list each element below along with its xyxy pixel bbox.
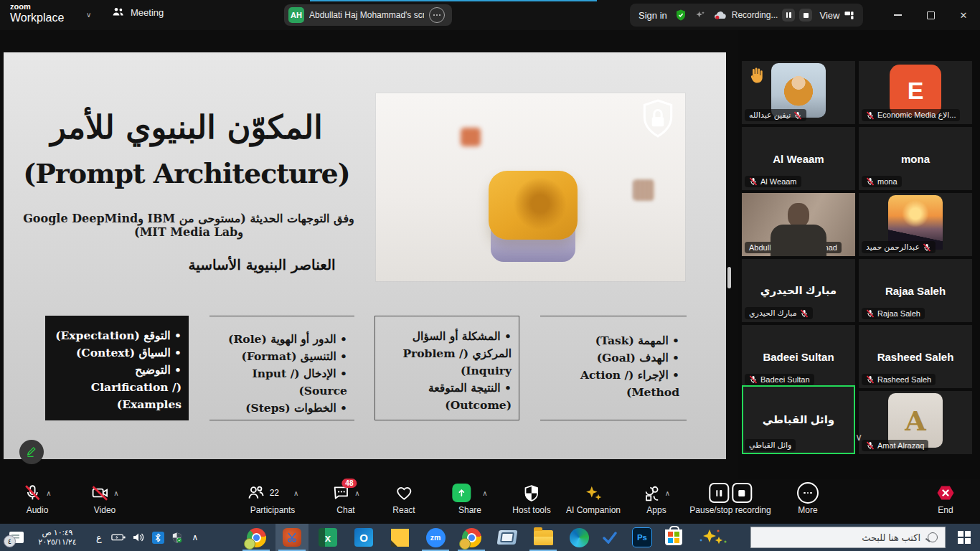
active-tab-accent	[310, 0, 597, 1]
participant-name-text: Rasheed Saleh	[877, 375, 931, 384]
view-button[interactable]: View	[819, 10, 854, 21]
host-tools-button[interactable]: Host tools	[512, 483, 550, 515]
ai-companion-button[interactable]: AI Companion	[566, 483, 621, 515]
chevron-up-icon[interactable]: ∧	[665, 489, 670, 497]
taskbar-app-chrome-profile[interactable]	[455, 524, 488, 551]
end-label: End	[938, 505, 953, 515]
participant-label: Amat Alrazaq	[862, 440, 928, 451]
tab-shared-screen[interactable]: AH Abdullati Haj Mohammad's scre	[284, 4, 452, 26]
start-button[interactable]	[948, 524, 980, 551]
audio-label: Audio	[27, 505, 49, 515]
notification-center-button[interactable]: ٤	[6, 524, 27, 551]
recording-indicator: Recording...	[713, 9, 813, 22]
chevron-up-icon[interactable]: ∧	[293, 489, 298, 497]
meeting-info-bar: Sign in Recording... View	[630, 4, 863, 27]
audio-button[interactable]: ∧ Audio	[23, 483, 51, 515]
end-button[interactable]: End	[936, 483, 956, 515]
bullet-item: التوقع (Expectation)	[52, 327, 182, 344]
share-screen-icon	[452, 484, 471, 502]
more-button[interactable]: More	[797, 483, 819, 515]
participant-tile[interactable]: Badeei Sultan Badeei Sultan	[742, 325, 855, 388]
taskbar-app-file-explorer[interactable]	[527, 524, 560, 551]
participant-tile[interactable]: عبدالرحمن حميد	[859, 193, 972, 256]
taskbar-app-chrome[interactable]	[240, 524, 273, 551]
record-label: Pause/stop recording	[689, 505, 771, 515]
participant-tile-speaking[interactable]: وائل القباطي وائل القباطي	[742, 385, 855, 454]
stop-recording-icon[interactable]	[732, 483, 752, 503]
taskbar-app-remote-desktop[interactable]	[491, 524, 524, 551]
video-button[interactable]: ∧ Video	[90, 483, 118, 515]
close-button[interactable]: ✕	[947, 0, 980, 30]
participant-name-center: وائل القباطي	[742, 413, 855, 426]
search-icon	[928, 532, 938, 542]
tab-options-icon[interactable]	[429, 7, 445, 23]
participant-tile[interactable]: مبارك الحيدري مبارك الحيدري	[742, 259, 855, 322]
taskbar-app-photoshop[interactable]: Ps	[627, 524, 657, 551]
participant-tile[interactable]: A Amat Alrazaq	[859, 391, 972, 454]
taskbar-app-sticky-notes[interactable]	[383, 524, 416, 551]
participant-tile[interactable]: Rajaa Saleh Rajaa Saleh	[859, 259, 972, 322]
panel-resize-handle[interactable]	[727, 267, 731, 288]
volume-icon[interactable]	[129, 524, 148, 551]
windows-security-icon[interactable]	[168, 524, 185, 551]
bullet-item: الإدخال (Input / Source)	[217, 365, 347, 400]
chat-button[interactable]: 48 ∧ Chat	[331, 483, 359, 515]
participant-tile[interactable]: نيفين عبدالله	[742, 61, 855, 124]
participant-tile[interactable]: E Economic Media الاع...	[859, 61, 972, 124]
taskbar-app-edge[interactable]	[562, 524, 595, 551]
yellow-app-cube	[489, 171, 578, 240]
maximize-button[interactable]	[914, 0, 947, 30]
tray-expand-chevron[interactable]: ∧	[187, 524, 204, 551]
taskbar-copilot-button[interactable]	[690, 524, 736, 551]
minimize-button[interactable]	[881, 0, 914, 30]
participant-label: وائل القباطي	[745, 439, 796, 451]
raised-hand-icon	[748, 67, 765, 87]
taskbar-app-snipping-tool[interactable]	[275, 524, 308, 551]
chevron-up-icon[interactable]: ∧	[113, 489, 118, 497]
chevron-up-icon[interactable]: ∧	[46, 489, 51, 497]
notification-icon: ٤	[9, 532, 24, 543]
participant-tile[interactable]: Rasheed Saleh Rasheed Saleh	[859, 325, 972, 388]
share-button[interactable]: ∧ Share	[452, 483, 487, 515]
taskbar-clock[interactable]: ١٠:٤٩ ص ٢٠٢٥/١١/٢٤	[27, 524, 88, 551]
chevron-down-icon[interactable]: ∨	[86, 11, 91, 19]
bullet-item: الدور أو الهوية (Role)	[217, 331, 347, 348]
mic-muted-icon	[749, 177, 758, 186]
language-indicator[interactable]: ع	[90, 524, 108, 551]
encryption-shield-icon[interactable]	[674, 9, 687, 22]
bullet-item: السياق (Context)	[52, 344, 182, 362]
taskbar-app-ms-store[interactable]	[659, 524, 689, 551]
sign-in-button[interactable]: Sign in	[639, 10, 667, 21]
battery-icon[interactable]	[109, 524, 128, 551]
shield-icon	[522, 484, 540, 502]
bullet-item: المهمة (Task)	[547, 332, 679, 349]
participant-tile[interactable]: Al Weaam Al Weaam	[742, 127, 855, 190]
taskbar-app-outlook[interactable]: O	[347, 524, 380, 551]
apps-button[interactable]: ∧ Apps	[643, 483, 670, 515]
mic-muted-icon	[749, 375, 758, 384]
stop-recording-icon[interactable]	[799, 9, 812, 22]
bluetooth-icon[interactable]	[149, 524, 166, 551]
taskbar-app-zoom[interactable]: zm	[419, 524, 452, 551]
react-button[interactable]: React	[392, 483, 415, 515]
more-participants-button[interactable]: ∨	[849, 430, 869, 443]
annotate-button[interactable]	[19, 440, 44, 464]
pause-recording-icon[interactable]	[709, 483, 729, 503]
pause-stop-recording-button[interactable]: Pause/stop recording	[689, 483, 771, 515]
participant-tile[interactable]: mona mona	[859, 127, 972, 190]
pause-recording-icon[interactable]	[782, 9, 795, 22]
windows-taskbar: ٤ ١٠:٤٩ ص ٢٠٢٥/١١/٢٤ ع ∧	[0, 524, 980, 551]
bullet-item: التنسيق (Format)	[217, 348, 347, 365]
taskbar-search-box[interactable]: اكتب هنا للبحث	[750, 527, 946, 548]
participant-tile-video[interactable]: Abdullati Haj Mohammad	[742, 193, 855, 256]
taskbar-app-excel[interactable]: x	[311, 524, 344, 551]
meeting-tab-label: Meeting	[131, 7, 164, 18]
tab-meeting[interactable]: Meeting	[112, 6, 164, 19]
chevron-up-icon[interactable]: ∧	[482, 489, 487, 497]
ai-sparkle-icon[interactable]	[694, 9, 706, 21]
slide-column-expectation: التوقع (Expectation) السياق (Context) ال…	[45, 316, 189, 420]
slide-column-task: المهمة (Task) الهدف (Goal) الإجراء (Acti…	[540, 316, 687, 420]
taskbar-app-to-do[interactable]	[595, 524, 624, 551]
participants-button[interactable]: 22 ∧ Participants	[247, 483, 299, 515]
chevron-up-icon[interactable]: ∧	[354, 489, 359, 497]
